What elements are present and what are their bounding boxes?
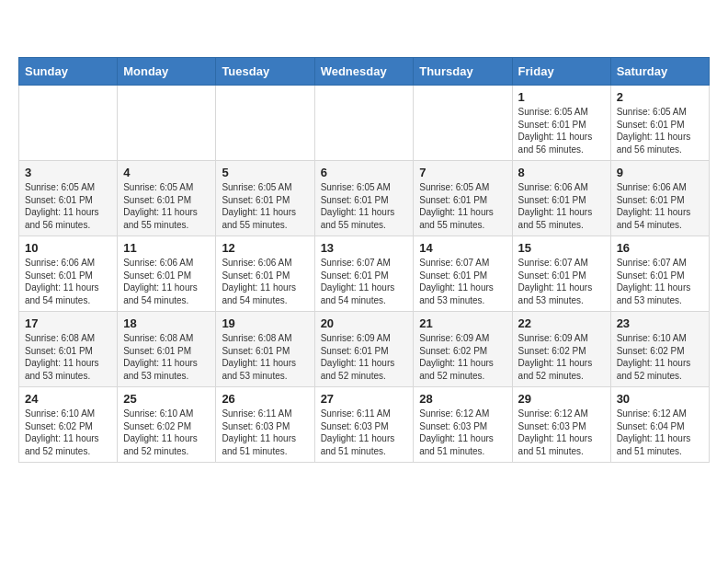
day-info: Sunrise: 6:10 AMSunset: 6:02 PMDaylight:… bbox=[25, 408, 111, 457]
calendar-cell bbox=[314, 86, 414, 161]
day-info: Sunrise: 6:09 AMSunset: 6:01 PMDaylight:… bbox=[321, 332, 408, 382]
day-info: Sunrise: 6:10 AMSunset: 6:02 PMDaylight:… bbox=[123, 408, 210, 457]
calendar-cell: 2Sunrise: 6:05 AMSunset: 6:01 PMDaylight… bbox=[610, 86, 709, 161]
day-info: Sunrise: 6:11 AMSunset: 6:03 PMDaylight:… bbox=[222, 408, 308, 457]
calendar-cell: 26Sunrise: 6:11 AMSunset: 6:03 PMDayligh… bbox=[216, 387, 314, 463]
calendar-header-row: SundayMondayTuesdayWednesdayThursdayFrid… bbox=[19, 58, 710, 86]
day-info: Sunrise: 6:07 AMSunset: 6:01 PMDaylight:… bbox=[321, 257, 408, 306]
calendar-cell: 16Sunrise: 6:07 AMSunset: 6:01 PMDayligh… bbox=[610, 236, 709, 312]
calendar-cell: 15Sunrise: 6:07 AMSunset: 6:01 PMDayligh… bbox=[512, 236, 610, 312]
day-number: 25 bbox=[123, 392, 210, 406]
calendar-cell: 3Sunrise: 6:05 AMSunset: 6:01 PMDaylight… bbox=[19, 161, 118, 236]
weekday-header-thursday: Thursday bbox=[414, 58, 512, 86]
calendar-cell: 13Sunrise: 6:07 AMSunset: 6:01 PMDayligh… bbox=[314, 236, 414, 312]
weekday-header-friday: Friday bbox=[512, 58, 610, 86]
calendar-cell: 4Sunrise: 6:05 AMSunset: 6:01 PMDaylight… bbox=[118, 161, 216, 236]
calendar-cell: 18Sunrise: 6:08 AMSunset: 6:01 PMDayligh… bbox=[118, 312, 216, 387]
day-number: 2 bbox=[617, 90, 703, 104]
day-info: Sunrise: 6:09 AMSunset: 6:02 PMDaylight:… bbox=[518, 332, 605, 382]
day-info: Sunrise: 6:05 AMSunset: 6:01 PMDaylight:… bbox=[321, 181, 408, 231]
day-number: 11 bbox=[123, 241, 210, 255]
day-number: 24 bbox=[25, 392, 111, 406]
calendar-cell: 23Sunrise: 6:10 AMSunset: 6:02 PMDayligh… bbox=[610, 312, 709, 387]
week-row-1: 1Sunrise: 6:05 AMSunset: 6:01 PMDaylight… bbox=[19, 86, 710, 161]
weekday-header-saturday: Saturday bbox=[610, 58, 709, 86]
day-info: Sunrise: 6:09 AMSunset: 6:02 PMDaylight:… bbox=[419, 332, 506, 382]
day-number: 13 bbox=[321, 241, 408, 255]
day-number: 9 bbox=[617, 166, 703, 179]
day-number: 18 bbox=[123, 316, 210, 330]
calendar-cell bbox=[414, 86, 512, 161]
logo-icon bbox=[18, 18, 44, 44]
weekday-header-monday: Monday bbox=[118, 58, 216, 86]
calendar-cell: 7Sunrise: 6:05 AMSunset: 6:01 PMDaylight… bbox=[414, 161, 512, 236]
calendar-cell bbox=[19, 86, 118, 161]
day-info: Sunrise: 6:05 AMSunset: 6:01 PMDaylight:… bbox=[419, 181, 506, 231]
day-number: 7 bbox=[419, 166, 506, 179]
day-number: 30 bbox=[617, 392, 703, 406]
day-number: 12 bbox=[222, 241, 308, 255]
day-number: 3 bbox=[25, 166, 111, 179]
calendar-cell: 30Sunrise: 6:12 AMSunset: 6:04 PMDayligh… bbox=[610, 387, 709, 463]
day-info: Sunrise: 6:06 AMSunset: 6:01 PMDaylight:… bbox=[617, 181, 703, 231]
calendar-cell: 22Sunrise: 6:09 AMSunset: 6:02 PMDayligh… bbox=[512, 312, 610, 387]
day-info: Sunrise: 6:06 AMSunset: 6:01 PMDaylight:… bbox=[25, 257, 111, 306]
day-info: Sunrise: 6:05 AMSunset: 6:01 PMDaylight:… bbox=[518, 106, 605, 155]
day-info: Sunrise: 6:08 AMSunset: 6:01 PMDaylight:… bbox=[25, 332, 111, 382]
day-number: 17 bbox=[25, 316, 111, 330]
calendar-cell: 6Sunrise: 6:05 AMSunset: 6:01 PMDaylight… bbox=[314, 161, 414, 236]
day-info: Sunrise: 6:12 AMSunset: 6:03 PMDaylight:… bbox=[419, 408, 506, 457]
day-info: Sunrise: 6:05 AMSunset: 6:01 PMDaylight:… bbox=[222, 181, 308, 231]
day-info: Sunrise: 6:06 AMSunset: 6:01 PMDaylight:… bbox=[123, 257, 210, 306]
calendar-table: SundayMondayTuesdayWednesdayThursdayFrid… bbox=[18, 57, 710, 463]
week-row-5: 24Sunrise: 6:10 AMSunset: 6:02 PMDayligh… bbox=[19, 387, 710, 463]
calendar-cell: 20Sunrise: 6:09 AMSunset: 6:01 PMDayligh… bbox=[314, 312, 414, 387]
week-row-2: 3Sunrise: 6:05 AMSunset: 6:01 PMDaylight… bbox=[19, 161, 710, 236]
day-number: 6 bbox=[321, 166, 408, 179]
calendar-cell: 10Sunrise: 6:06 AMSunset: 6:01 PMDayligh… bbox=[19, 236, 118, 312]
day-number: 22 bbox=[518, 316, 605, 330]
weekday-header-tuesday: Tuesday bbox=[216, 58, 314, 86]
day-number: 15 bbox=[518, 241, 605, 255]
calendar-cell: 1Sunrise: 6:05 AMSunset: 6:01 PMDaylight… bbox=[512, 86, 610, 161]
calendar-cell: 17Sunrise: 6:08 AMSunset: 6:01 PMDayligh… bbox=[19, 312, 118, 387]
weekday-header-sunday: Sunday bbox=[19, 58, 118, 86]
day-info: Sunrise: 6:12 AMSunset: 6:04 PMDaylight:… bbox=[617, 408, 703, 457]
day-number: 23 bbox=[617, 316, 703, 330]
day-number: 16 bbox=[617, 241, 703, 255]
day-info: Sunrise: 6:06 AMSunset: 6:01 PMDaylight:… bbox=[222, 257, 308, 306]
weekday-header-wednesday: Wednesday bbox=[314, 58, 414, 86]
day-number: 27 bbox=[321, 392, 408, 406]
day-number: 26 bbox=[222, 392, 308, 406]
week-row-3: 10Sunrise: 6:06 AMSunset: 6:01 PMDayligh… bbox=[19, 236, 710, 312]
day-number: 28 bbox=[419, 392, 506, 406]
day-info: Sunrise: 6:05 AMSunset: 6:01 PMDaylight:… bbox=[25, 181, 111, 231]
day-number: 19 bbox=[222, 316, 308, 330]
calendar-cell: 27Sunrise: 6:11 AMSunset: 6:03 PMDayligh… bbox=[314, 387, 414, 463]
day-number: 10 bbox=[25, 241, 111, 255]
day-info: Sunrise: 6:08 AMSunset: 6:01 PMDaylight:… bbox=[222, 332, 308, 382]
week-row-4: 17Sunrise: 6:08 AMSunset: 6:01 PMDayligh… bbox=[19, 312, 710, 387]
calendar-cell: 25Sunrise: 6:10 AMSunset: 6:02 PMDayligh… bbox=[118, 387, 216, 463]
calendar-cell bbox=[118, 86, 216, 161]
day-info: Sunrise: 6:07 AMSunset: 6:01 PMDaylight:… bbox=[518, 257, 605, 306]
day-number: 5 bbox=[222, 166, 308, 179]
calendar-cell bbox=[216, 86, 314, 161]
header bbox=[18, 18, 710, 44]
day-info: Sunrise: 6:07 AMSunset: 6:01 PMDaylight:… bbox=[419, 257, 506, 306]
calendar-cell: 5Sunrise: 6:05 AMSunset: 6:01 PMDaylight… bbox=[216, 161, 314, 236]
day-number: 1 bbox=[518, 90, 605, 104]
calendar-cell: 19Sunrise: 6:08 AMSunset: 6:01 PMDayligh… bbox=[216, 312, 314, 387]
day-number: 20 bbox=[321, 316, 408, 330]
logo bbox=[18, 18, 46, 44]
calendar-cell: 14Sunrise: 6:07 AMSunset: 6:01 PMDayligh… bbox=[414, 236, 512, 312]
calendar-cell: 29Sunrise: 6:12 AMSunset: 6:03 PMDayligh… bbox=[512, 387, 610, 463]
day-number: 29 bbox=[518, 392, 605, 406]
calendar-cell: 12Sunrise: 6:06 AMSunset: 6:01 PMDayligh… bbox=[216, 236, 314, 312]
calendar-cell: 11Sunrise: 6:06 AMSunset: 6:01 PMDayligh… bbox=[118, 236, 216, 312]
day-info: Sunrise: 6:07 AMSunset: 6:01 PMDaylight:… bbox=[617, 257, 703, 306]
calendar-cell: 9Sunrise: 6:06 AMSunset: 6:01 PMDaylight… bbox=[610, 161, 709, 236]
calendar-cell: 21Sunrise: 6:09 AMSunset: 6:02 PMDayligh… bbox=[414, 312, 512, 387]
day-info: Sunrise: 6:11 AMSunset: 6:03 PMDaylight:… bbox=[321, 408, 408, 457]
day-info: Sunrise: 6:12 AMSunset: 6:03 PMDaylight:… bbox=[518, 408, 605, 457]
